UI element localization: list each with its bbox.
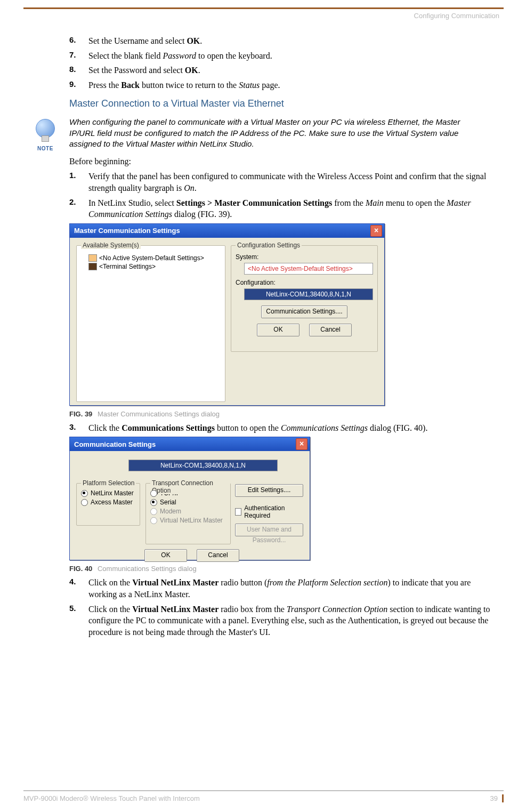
note-block: NOTE When configuring the panel to commu…: [21, 117, 499, 151]
note-icon-col: NOTE: [21, 117, 69, 151]
list-text: Select the blank field Password to open …: [88, 50, 499, 62]
configuration-field[interactable]: NetLinx-COM1,38400,8,N,1,N: [128, 460, 278, 471]
edit-settings-button[interactable]: Edit Settings....: [235, 484, 303, 497]
list-text: Click on the Virtual NetLinx Master radi…: [88, 577, 499, 600]
tree-icon: [88, 254, 97, 262]
checkbox-icon: [235, 508, 241, 516]
tree-icon: [88, 263, 97, 270]
page-number: 39: [490, 794, 504, 802]
list-text: Click on the Virtual NetLinx Master radi…: [88, 604, 499, 638]
list-item: 8.Set the Password and select OK.: [69, 65, 499, 76]
list-item: 2.In NetLinx Studio, select Settings > M…: [69, 197, 499, 220]
dialog-titlebar: Communication Settings ×: [70, 437, 310, 451]
ok-button[interactable]: OK: [144, 549, 187, 562]
section-heading: Master Connection to a Virtual Master vi…: [69, 98, 499, 109]
radio-label: Virtual NetLinx Master: [160, 517, 223, 524]
radio-label: Modem: [160, 508, 181, 515]
platform-selection-group: Platform Selection NetLinx Master Axcess…: [76, 483, 140, 526]
figure-label: FIG. 39: [69, 410, 92, 418]
authentication-required-checkbox[interactable]: Authentication Required: [235, 504, 303, 519]
cancel-button[interactable]: Cancel: [309, 324, 352, 336]
configuration-field[interactable]: NetLinx-COM1,38400,8,N,1,N: [244, 288, 373, 300]
steps-c: 4.Click on the Virtual NetLinx Master ra…: [69, 577, 499, 638]
cancel-button[interactable]: Cancel: [197, 549, 239, 562]
radio-label: Serial: [160, 499, 176, 506]
tree-item-label: <No Active System-Default Settings>: [99, 254, 204, 262]
virtual-netlinx-master-radio[interactable]: Virtual NetLinx Master: [150, 517, 226, 524]
header-section: Configuring Communication: [414, 12, 499, 20]
transport-connection-group: Transport Connection Option TCP/IP Seria…: [145, 483, 231, 544]
list-text: Set the Username and select OK.: [88, 35, 499, 47]
list-item: 5.Click on the Virtual NetLinx Master ra…: [69, 604, 499, 638]
group-title: Platform Selection: [81, 479, 136, 487]
list-item: 6.Set the Username and select OK.: [69, 35, 499, 47]
footer-rule: [23, 790, 504, 791]
ok-button[interactable]: OK: [257, 324, 300, 336]
steps-before: 6.Set the Username and select OK.7.Selec…: [69, 35, 499, 91]
close-icon[interactable]: ×: [296, 438, 307, 450]
steps-a: 1.Verify that the panel has been configu…: [69, 171, 499, 220]
list-text: Set the Password and select OK.: [88, 65, 499, 76]
dialog-body: Available System(s) <No Active System-De…: [70, 238, 384, 248]
radio-label: NetLinx Master: [91, 489, 134, 497]
list-text: Press the Back button twice to return to…: [88, 79, 499, 91]
close-icon[interactable]: ×: [370, 225, 382, 237]
system-tree[interactable]: <No Active System-Default Settings> <Ter…: [81, 250, 221, 275]
list-item: 9.Press the Back button twice to return …: [69, 79, 499, 91]
note-label: NOTE: [37, 146, 53, 151]
tree-item[interactable]: <No Active System-Default Settings>: [88, 254, 219, 262]
list-text: Click the Communications Settings button…: [88, 422, 499, 434]
list-item: 1.Verify that the panel has been configu…: [69, 171, 499, 194]
list-item: 4.Click on the Virtual NetLinx Master ra…: [69, 577, 499, 600]
header-rule: [23, 7, 504, 9]
available-systems-group: Available System(s) <No Active System-De…: [76, 245, 225, 402]
username-password-button: User Name and Password...: [235, 524, 303, 536]
dialog-titlebar: Master Communication Settings ×: [70, 224, 384, 238]
checkbox-label: Authentication Required: [244, 504, 303, 519]
radio-icon: [150, 490, 157, 497]
radio-icon: [81, 490, 88, 497]
communication-settings-button[interactable]: Communication Settings....: [261, 305, 347, 318]
radio-icon: [150, 508, 157, 515]
content: 6.Set the Username and select OK.7.Selec…: [69, 32, 499, 641]
lightbulb-icon: [36, 119, 55, 138]
tree-item[interactable]: <Terminal Settings>: [88, 263, 219, 270]
communication-settings-dialog: Communication Settings × NetLinx-COM1,38…: [69, 437, 310, 560]
axcess-master-radio[interactable]: Axcess Master: [81, 499, 135, 506]
dialog-right-column: Edit Settings.... Authentication Require…: [235, 484, 303, 536]
netlinx-master-radio[interactable]: NetLinx Master: [81, 489, 135, 497]
tree-item-label: <Terminal Settings>: [99, 263, 156, 270]
footer-product: MVP-9000i Modero® Wireless Touch Panel w…: [23, 794, 200, 802]
list-item: 3.Click the Communications Settings butt…: [69, 422, 499, 434]
footer: MVP-9000i Modero® Wireless Touch Panel w…: [23, 790, 504, 802]
modem-radio[interactable]: Modem: [150, 508, 226, 515]
figure-text: Master Communications Settings dialog: [98, 410, 220, 418]
steps-b: 3.Click the Communications Settings butt…: [69, 422, 499, 434]
system-field[interactable]: <No Active System-Default Settings>: [244, 263, 373, 275]
serial-radio[interactable]: Serial: [150, 499, 226, 506]
dialog-body: NetLinx-COM1,38400,8,N,1,N Platform Sele…: [70, 451, 310, 566]
group-title: Transport Connection Option: [150, 479, 230, 494]
list-number: 3.: [69, 422, 88, 434]
radio-label: Axcess Master: [91, 499, 133, 506]
list-number: 5.: [69, 604, 88, 638]
before-beginning: Before beginning:: [69, 157, 499, 166]
system-label: System:: [236, 253, 373, 261]
radio-icon: [81, 499, 88, 506]
list-number: 6.: [69, 35, 88, 47]
dialog-title: Master Communication Settings: [74, 227, 180, 235]
figure-39-caption: FIG. 39 Master Communications Settings d…: [69, 410, 499, 418]
configuration-settings-group: Configuration Settings System: <No Activ…: [231, 245, 378, 352]
configuration-label: Configuration:: [236, 279, 373, 286]
dialog-title: Communication Settings: [74, 440, 156, 448]
radio-icon: [150, 499, 157, 506]
list-number: 4.: [69, 577, 88, 600]
list-text: Verify that the panel has been configure…: [88, 171, 499, 194]
group-title: Available System(s): [81, 242, 141, 249]
note-text: When configuring the panel to communicat…: [69, 117, 499, 151]
list-number: 1.: [69, 171, 88, 194]
list-text: In NetLinx Studio, select Settings > Mas…: [88, 197, 499, 220]
list-number: 2.: [69, 197, 88, 220]
list-number: 7.: [69, 50, 88, 62]
group-title: Configuration Settings: [236, 242, 302, 249]
